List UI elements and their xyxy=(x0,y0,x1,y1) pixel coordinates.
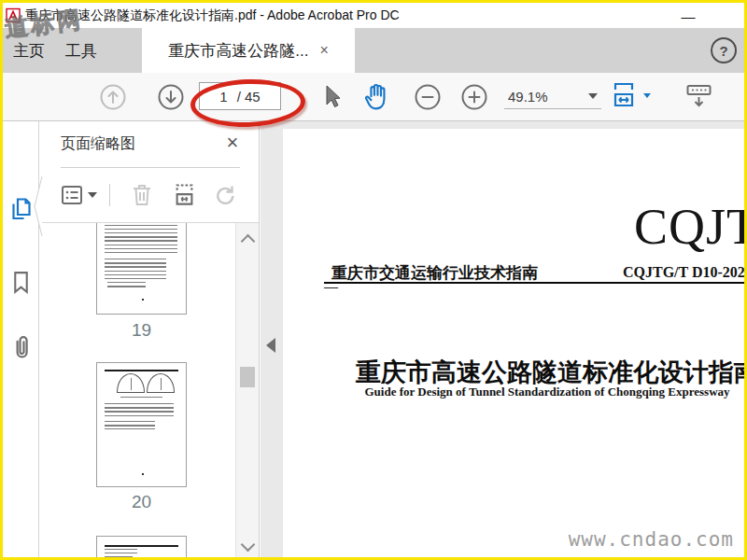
standard-number: CQJTG/T D10-2021 xyxy=(623,264,744,281)
scroll-up-icon[interactable] xyxy=(241,234,256,249)
zoom-in-button[interactable] xyxy=(458,80,491,114)
acrobat-window: 重庆市高速公路隧道标准化设计指南.pdf - Adobe Acrobat Pro… xyxy=(0,0,747,560)
thumbnail-text-lines xyxy=(107,282,146,287)
header-rule xyxy=(324,282,744,284)
thumbnail-page-dot xyxy=(142,299,144,301)
thumbnails-toolbar xyxy=(40,174,259,217)
paperclip-icon xyxy=(8,333,34,362)
thumbnail-text-lines xyxy=(105,556,133,557)
navigation-rail xyxy=(3,121,39,557)
collapse-panel-button[interactable] xyxy=(266,338,275,353)
thumbnail-header-line xyxy=(105,370,179,371)
attachments-button[interactable] xyxy=(3,329,38,366)
fit-width-icon xyxy=(610,80,638,110)
page-thumbnails-panel: 页面缩略图 × xyxy=(40,121,260,557)
hand-tool-button[interactable] xyxy=(359,80,393,114)
title-bar: 重庆市高速公路隧道标准化设计指南.pdf - Adobe Acrobat Pro… xyxy=(3,3,744,28)
chevron-down-icon xyxy=(588,93,598,99)
rotate-icon xyxy=(212,183,236,207)
pdf-page[interactable]: CQJTG 重庆市交通运输行业技术指南 CQJTG/T D10-2021 — 重… xyxy=(283,129,744,557)
scrollbar-thumb[interactable] xyxy=(240,367,255,387)
arrow-down-circle-icon xyxy=(157,83,185,111)
zoom-out-button[interactable] xyxy=(411,80,444,114)
thumbnail-text-lines xyxy=(120,397,163,400)
trash-icon xyxy=(130,182,154,208)
tab-bar: 主页 工具 重庆市高速公路隧... × ? xyxy=(3,28,744,73)
page-count-label: / 45 xyxy=(237,89,261,105)
panel-gutter xyxy=(261,121,283,557)
hand-icon xyxy=(361,81,392,114)
panel-divider xyxy=(61,167,240,168)
panel-title: 页面缩略图 xyxy=(61,134,135,154)
hide-toolbar-button[interactable] xyxy=(682,80,715,114)
page-number-input[interactable]: 1 / 45 xyxy=(199,82,281,110)
thumbnail-text-lines xyxy=(105,549,137,553)
document-tab-label: 重庆市高速公路隧... xyxy=(168,40,308,62)
help-icon[interactable]: ? xyxy=(711,37,737,63)
zoom-level-select[interactable]: 49.1% xyxy=(504,84,601,109)
minimize-button[interactable]: — xyxy=(669,5,707,27)
zoom-level-value: 49.1% xyxy=(508,89,548,105)
tunnel-diagram xyxy=(117,373,145,393)
arrow-up-circle-icon xyxy=(99,83,127,111)
bookmark-icon xyxy=(10,270,32,295)
thumbnail-page-21[interactable] xyxy=(96,536,187,557)
acrobat-app-icon xyxy=(6,7,21,23)
thumbnail-text-lines xyxy=(105,403,174,418)
close-tab-icon[interactable]: × xyxy=(319,43,328,58)
document-title-en: Guide for Design of Tunnel Standardizati… xyxy=(342,385,744,399)
thumbnails-scrollbar[interactable] xyxy=(235,223,259,557)
chevron-down-icon xyxy=(88,192,97,198)
reading-mode-icon xyxy=(684,83,713,111)
plus-circle-icon xyxy=(460,83,488,111)
panel-close-button[interactable]: × xyxy=(220,131,245,155)
page-thumbnails-icon xyxy=(8,196,34,222)
header-dash: — xyxy=(324,278,338,294)
window-title: 重庆市高速公路隧道标准化设计指南.pdf - Adobe Acrobat Pro… xyxy=(25,7,400,24)
chevron-down-icon xyxy=(643,93,651,98)
thumbnail-header-line xyxy=(105,545,179,547)
scroll-down-icon[interactable] xyxy=(241,538,256,553)
page-size-icon xyxy=(172,182,197,208)
previous-page-button[interactable] xyxy=(96,80,130,114)
delete-pages-button[interactable] xyxy=(126,179,158,211)
main-toolbar: 1 / 45 49.1% xyxy=(3,73,744,121)
thumbnail-text-lines xyxy=(105,421,155,429)
document-tab[interactable]: 重庆市高速公路隧... × xyxy=(142,28,355,73)
active-panel-pointer xyxy=(34,175,43,237)
fit-width-button[interactable] xyxy=(610,80,651,110)
tab-home[interactable]: 主页 xyxy=(9,28,49,73)
standard-code-large: CQJTG xyxy=(634,198,744,256)
thumbnail-page-20[interactable] xyxy=(96,362,187,487)
rotate-pages-button[interactable] xyxy=(208,179,240,211)
thumbnail-label[interactable]: 20 xyxy=(96,492,187,512)
thumbnail-page-dot xyxy=(142,473,144,475)
thumbnails-list: 19 20 xyxy=(40,223,235,557)
tab-tools[interactable]: 工具 xyxy=(62,28,101,73)
thumbnail-label[interactable]: 19 xyxy=(96,320,187,341)
document-view: CQJTG 重庆市交通运输行业技术指南 CQJTG/T D10-2021 — 重… xyxy=(283,121,744,557)
main-area: 页面缩略图 × xyxy=(3,121,744,557)
options-list-icon xyxy=(60,184,84,206)
next-page-button[interactable] xyxy=(154,80,188,114)
series-label: 重庆市交通运输行业技术指南 xyxy=(331,262,538,284)
tunnel-diagram xyxy=(147,373,175,393)
page-number-value: 1 xyxy=(219,89,227,105)
thumbnail-text-lines xyxy=(105,223,177,253)
toolbar-divider xyxy=(109,184,110,206)
thumbnail-text-lines xyxy=(105,259,167,279)
select-tool-button[interactable] xyxy=(315,80,348,114)
thumbnail-page-19[interactable] xyxy=(96,223,187,315)
bookmarks-button[interactable] xyxy=(3,263,38,301)
resize-pages-button[interactable] xyxy=(168,179,200,211)
minus-circle-icon xyxy=(414,83,442,111)
thumbnail-options-button[interactable] xyxy=(57,179,100,211)
arrow-cursor-icon xyxy=(319,83,344,111)
